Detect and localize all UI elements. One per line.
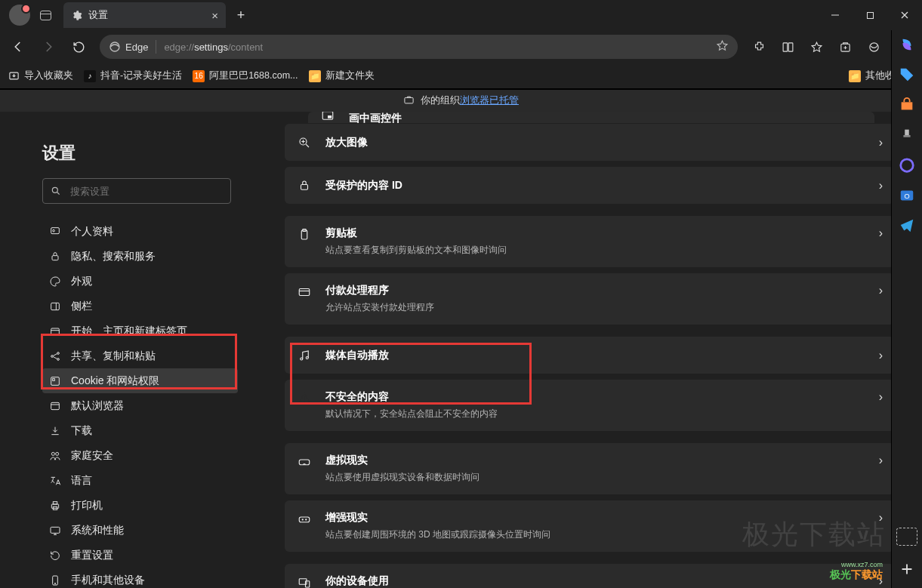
maximize-button[interactable]: [853, 0, 887, 30]
nav-label: 系统和性能: [71, 524, 124, 537]
collections-button[interactable]: [831, 33, 859, 60]
row-title: 不安全的内容: [325, 390, 865, 404]
svg-rect-32: [53, 501, 57, 503]
nav-profile[interactable]: 个人资料: [42, 219, 238, 244]
tag-icon[interactable]: [899, 66, 915, 83]
search-input[interactable]: [69, 185, 223, 198]
browser-tab[interactable]: 设置 ×: [63, 2, 226, 28]
site-identity[interactable]: Edge: [109, 41, 148, 53]
banner-link[interactable]: 浏览器已托管: [460, 95, 519, 106]
profile-avatar[interactable]: [9, 5, 30, 26]
nav-phone[interactable]: 手机和其他设备: [42, 568, 238, 588]
favorites-button[interactable]: [803, 33, 830, 60]
nav-reset[interactable]: 重置设置: [42, 543, 238, 568]
refresh-button[interactable]: [65, 33, 92, 60]
nav-sidebar[interactable]: 侧栏: [42, 294, 238, 319]
separator: [156, 40, 156, 54]
svg-point-18: [53, 229, 55, 232]
nav-label: 手机和其他设备: [71, 574, 145, 587]
settings-row-insecure[interactable]: 不安全的内容默认情况下，安全站点会阻止不安全的内容 ›: [285, 380, 895, 431]
screenshot-tool-icon[interactable]: [896, 528, 917, 546]
settings-row-vr[interactable]: 虚拟现实站点要使用虚拟现实设备和数据时询问 ›: [285, 443, 895, 494]
nav-share[interactable]: 共享、复制和粘贴: [42, 343, 238, 368]
copilot-icon[interactable]: [899, 36, 915, 53]
minimize-button[interactable]: [818, 0, 853, 30]
settings-row-clipboard[interactable]: 剪贴板站点要查看复制到剪贴板的文本和图像时询问 ›: [285, 216, 895, 267]
svg-point-43: [301, 358, 303, 360]
settings-search[interactable]: [42, 178, 231, 204]
briefcase-icon: [403, 94, 415, 108]
row-title: 受保护的内容 ID: [325, 179, 865, 192]
vr-icon: [297, 454, 312, 469]
profile-icon: [48, 225, 62, 239]
nav-cookies[interactable]: Cookie 和网站权限: [42, 368, 238, 393]
clipboard-icon: [297, 227, 312, 242]
nav-default-browser[interactable]: 默认浏览器: [42, 393, 238, 418]
ie-mode-button[interactable]: [860, 33, 887, 60]
settings-row-zoom[interactable]: 放大图像 ›: [285, 124, 895, 161]
nav-label: 家庭安全: [71, 449, 113, 463]
reset-icon: [48, 549, 62, 562]
extensions-button[interactable]: [745, 33, 772, 60]
bookmark-label: 阿里巴巴1688.com...: [209, 69, 298, 82]
douyin-icon: ♪: [84, 70, 96, 82]
settings-row-ar[interactable]: 增强现实站点要创建周围环境的 3D 地图或跟踪摄像头位置时询问 ›: [285, 500, 895, 552]
favorite-star-icon[interactable]: [716, 39, 729, 55]
chevron-right-icon: ›: [879, 454, 883, 467]
row-subtitle: 允许站点安装付款处理程序: [325, 301, 865, 314]
bookmark-1688[interactable]: 16阿里巴巴1688.com...: [193, 69, 298, 82]
family-icon: [48, 449, 62, 463]
chevron-right-icon: ›: [879, 511, 883, 525]
forward-button[interactable]: [35, 33, 62, 60]
nav-privacy[interactable]: 隐私、搜索和服务: [42, 244, 238, 269]
shopping-icon[interactable]: [899, 97, 915, 113]
settings-row-autoplay[interactable]: 媒体自动播放 ›: [285, 337, 895, 374]
nav-start[interactable]: 开始、主页和新建标签页: [42, 319, 238, 343]
system-icon: [48, 524, 62, 537]
close-tab-icon[interactable]: ×: [211, 10, 218, 21]
split-screen-button[interactable]: [774, 33, 801, 60]
nav-system[interactable]: 系统和性能: [42, 518, 238, 543]
back-button[interactable]: [5, 33, 32, 60]
nav-label: 语言: [71, 474, 92, 488]
settings-row-pip[interactable]: 画中画控件: [308, 112, 874, 123]
address-bar[interactable]: Edge edge://settings/content: [100, 35, 738, 59]
pip-icon: [320, 112, 335, 123]
svg-point-29: [51, 452, 54, 455]
banner-text: 你的组织: [421, 95, 460, 106]
nav-family[interactable]: 家庭安全: [42, 443, 238, 468]
settings-row-payment[interactable]: 付款处理程序允许站点安装付款处理程序 ›: [285, 273, 895, 325]
close-window-button[interactable]: [887, 0, 922, 30]
outlook-icon[interactable]: O: [899, 187, 915, 204]
nav-label: 重置设置: [71, 549, 113, 562]
svg-rect-52: [905, 130, 909, 135]
import-icon: [8, 70, 20, 82]
games-icon[interactable]: [899, 127, 915, 143]
add-sidebar-icon[interactable]: [899, 561, 915, 577]
warning-icon: [297, 391, 312, 406]
nav-appearance[interactable]: 外观: [42, 269, 238, 294]
svg-rect-42: [299, 289, 310, 296]
ar-icon: [297, 512, 312, 527]
lock-icon: [297, 178, 312, 193]
svg-rect-28: [51, 402, 60, 409]
chevron-right-icon: ›: [879, 136, 883, 149]
import-favorites-button[interactable]: 导入收藏夹: [8, 69, 73, 82]
title-bar: 设置 × +: [0, 0, 922, 30]
nav-downloads[interactable]: 下载: [42, 418, 238, 443]
new-tab-button[interactable]: +: [230, 5, 251, 26]
workspaces-button[interactable]: [35, 5, 56, 26]
row-title: 画中画控件: [349, 112, 862, 123]
svg-point-8: [869, 42, 877, 51]
bookmark-douyin[interactable]: ♪抖音-记录美好生活: [84, 69, 182, 82]
svg-rect-31: [51, 504, 58, 508]
nav-printer[interactable]: 打印机: [42, 493, 238, 518]
telegram-icon[interactable]: [899, 217, 915, 234]
settings-row-device-use[interactable]: 你的设备使用网站可询问你何时积极使用设备 ›: [285, 564, 895, 588]
settings-row-protected[interactable]: 受保护的内容 ID ›: [285, 167, 895, 204]
chevron-right-icon: ›: [879, 349, 883, 362]
nav-language[interactable]: 语言: [42, 468, 238, 493]
nav-label: 下载: [71, 424, 92, 438]
office-icon[interactable]: [899, 157, 915, 174]
bookmark-folder[interactable]: 📁新建文件夹: [309, 69, 375, 82]
